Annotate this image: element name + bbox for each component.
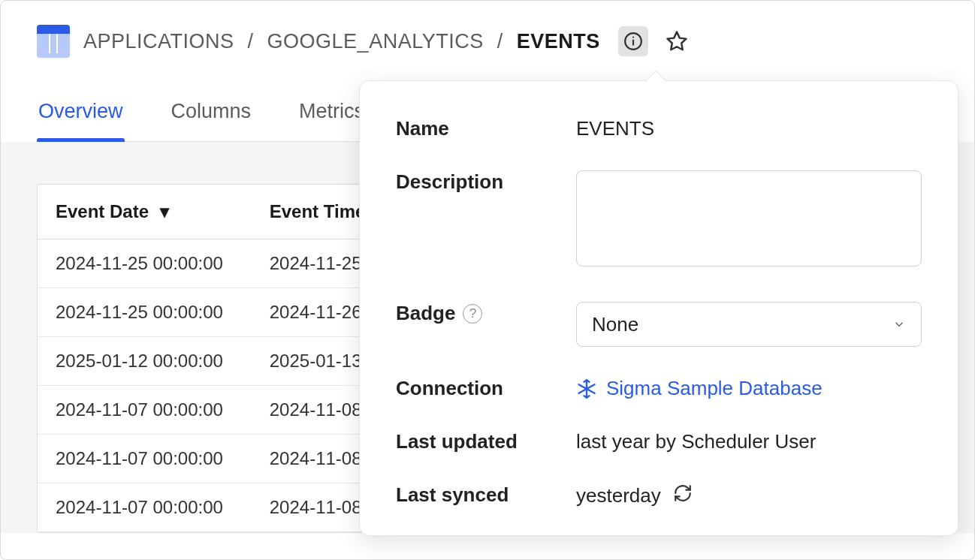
label-description: Description bbox=[396, 170, 576, 194]
cell-event_date: 2024-11-25 00:00:00 bbox=[38, 239, 252, 288]
label-last-synced: Last synced bbox=[396, 483, 576, 507]
info-button[interactable] bbox=[618, 26, 648, 56]
cell-event_date: 2024-11-07 00:00:00 bbox=[38, 483, 252, 532]
chevron-down-icon: ▾ bbox=[160, 201, 169, 221]
star-icon bbox=[666, 30, 688, 53]
info-icon bbox=[623, 32, 643, 51]
tab-overview[interactable]: Overview bbox=[37, 100, 125, 141]
table-icon bbox=[37, 25, 70, 58]
crumb-google-analytics[interactable]: GOOGLE_ANALYTICS bbox=[267, 30, 484, 53]
svg-marker-3 bbox=[667, 32, 686, 50]
label-name: Name bbox=[396, 117, 576, 140]
snowflake-icon bbox=[576, 378, 597, 399]
connection-link[interactable]: Sigma Sample Database bbox=[576, 377, 922, 400]
label-badge-text: Badge bbox=[396, 302, 455, 325]
info-popover: Name EVENTS Description Badge ? None Con… bbox=[359, 80, 958, 536]
cell-event_date: 2024-11-07 00:00:00 bbox=[38, 386, 252, 435]
refresh-button[interactable] bbox=[673, 483, 693, 508]
cell-event_date: 2024-11-25 00:00:00 bbox=[38, 288, 252, 337]
col-event-date[interactable]: Event Date ▾ bbox=[38, 185, 252, 239]
favorite-button[interactable] bbox=[662, 26, 692, 56]
tab-columns[interactable]: Columns bbox=[170, 100, 253, 141]
label-badge: Badge ? bbox=[396, 302, 576, 325]
help-icon[interactable]: ? bbox=[463, 304, 482, 324]
col-label: Event Date bbox=[56, 201, 149, 221]
label-last-updated: Last updated bbox=[396, 430, 576, 453]
value-last-synced: yesterday bbox=[576, 484, 661, 507]
badge-select[interactable]: None bbox=[576, 302, 922, 347]
tab-metrics[interactable]: Metrics bbox=[297, 100, 366, 141]
description-input[interactable] bbox=[576, 170, 922, 266]
value-last-updated: last year by Scheduler User bbox=[576, 430, 922, 453]
crumb-separator: / bbox=[248, 30, 254, 53]
badge-value: None bbox=[592, 313, 638, 336]
value-name: EVENTS bbox=[576, 117, 922, 140]
label-connection: Connection bbox=[396, 377, 576, 400]
refresh-icon bbox=[673, 483, 693, 503]
cell-event_date: 2024-11-07 00:00:00 bbox=[38, 435, 252, 483]
svg-point-2 bbox=[632, 37, 634, 38]
breadcrumb: APPLICATIONS / GOOGLE_ANALYTICS / EVENTS bbox=[37, 25, 938, 58]
connection-name: Sigma Sample Database bbox=[606, 377, 823, 400]
crumb-events[interactable]: EVENTS bbox=[517, 30, 600, 53]
crumb-separator: / bbox=[497, 30, 503, 53]
cell-event_date: 2025-01-12 00:00:00 bbox=[38, 337, 252, 386]
chevron-down-icon bbox=[892, 318, 906, 331]
crumb-applications[interactable]: APPLICATIONS bbox=[83, 30, 234, 53]
